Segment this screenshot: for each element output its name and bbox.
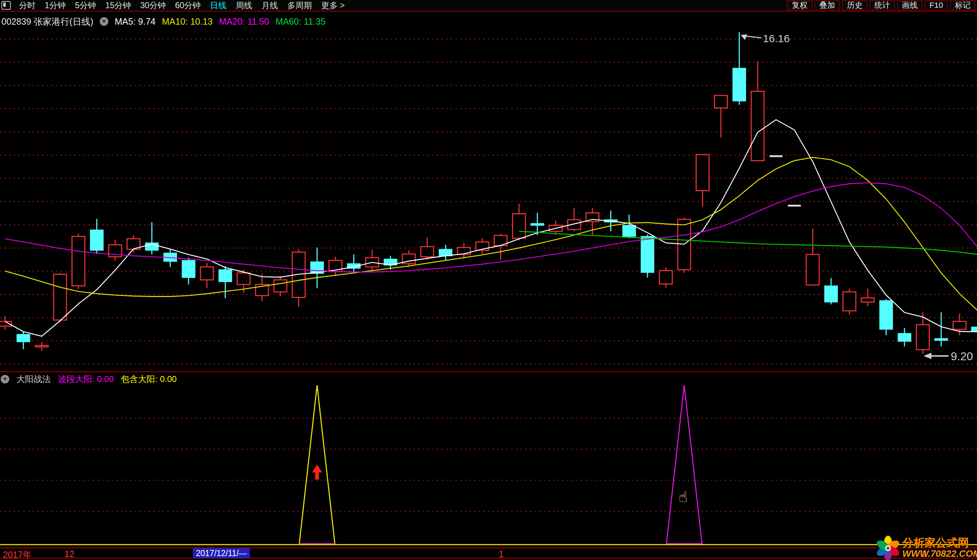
candle-up (861, 298, 874, 302)
candle-up (751, 92, 764, 161)
candle-up (806, 255, 819, 285)
candle-up (715, 95, 727, 108)
candle-down (825, 286, 838, 302)
candle-up (917, 325, 929, 350)
candle-dash-day (788, 205, 801, 207)
flower-logo-icon (874, 535, 902, 560)
axis-year-label: 2017年 (3, 549, 32, 560)
indicator-header: ▼ 大阳战法 波段大阳: 0.00 包含大阳: 0.00 (1, 374, 177, 385)
candle-up (421, 247, 433, 257)
hand-cursor-icon: ☝ (679, 488, 688, 505)
candle-down (219, 270, 232, 282)
date-axis[interactable]: 2017年 12 1 2 2017/12/11/— (0, 548, 977, 558)
candle-dash-day (770, 155, 782, 157)
candle-down (733, 68, 746, 101)
price-chart[interactable]: 16.169.20☝ (0, 0, 977, 560)
candle-down (439, 250, 452, 256)
ma20-line (5, 183, 977, 272)
candle-down (880, 300, 893, 329)
watermark: 分析家公式网 WWW.70822.COM (874, 535, 977, 560)
candle-up (35, 346, 48, 347)
low-arrow-head (924, 353, 932, 359)
candle-down (935, 338, 948, 340)
candle-up (660, 270, 672, 284)
candle-down (90, 230, 103, 250)
chevron-down-icon[interactable]: ▼ (1, 375, 9, 383)
app-window: 分时 1分钟 5分钟 15分钟 30分钟 60分钟 日线 周线 月线 多周期 更… (0, 0, 977, 560)
candle-down (898, 333, 911, 341)
candle-down (641, 237, 654, 273)
up-arrow-marker (315, 472, 319, 480)
axis-month-12: 12 (64, 549, 74, 559)
candle-up (843, 292, 856, 311)
candle-up (200, 267, 213, 280)
indicator-field-baohanyang: 包含大阳: 0.00 (121, 373, 177, 385)
candle-up (274, 280, 287, 292)
candle-down (623, 225, 635, 237)
candle-down (182, 260, 195, 278)
axis-month-1: 1 (499, 549, 504, 559)
high-annotation: 16.16 (763, 33, 790, 44)
candle-up (53, 275, 67, 320)
selected-date-box[interactable]: 2017/12/11/— (193, 548, 250, 558)
watermark-site-url: WWW.70822.COM (902, 548, 977, 559)
ma60-line (519, 231, 977, 255)
magenta-spike-signal (666, 385, 702, 545)
candle-up (72, 237, 85, 286)
candle-up (513, 214, 525, 238)
candle-down (531, 223, 544, 225)
indicator-name[interactable]: 大阳战法 (17, 373, 51, 385)
candle-up (696, 155, 709, 191)
candle-down (17, 335, 30, 342)
candle-up (237, 273, 250, 285)
low-annotation: 9.20 (951, 350, 973, 363)
candle-down (972, 327, 977, 331)
indicator-field-bandyang: 波段大阳: 0.00 (58, 373, 114, 385)
up-arrow-marker (312, 465, 322, 472)
candle-up (953, 321, 966, 329)
